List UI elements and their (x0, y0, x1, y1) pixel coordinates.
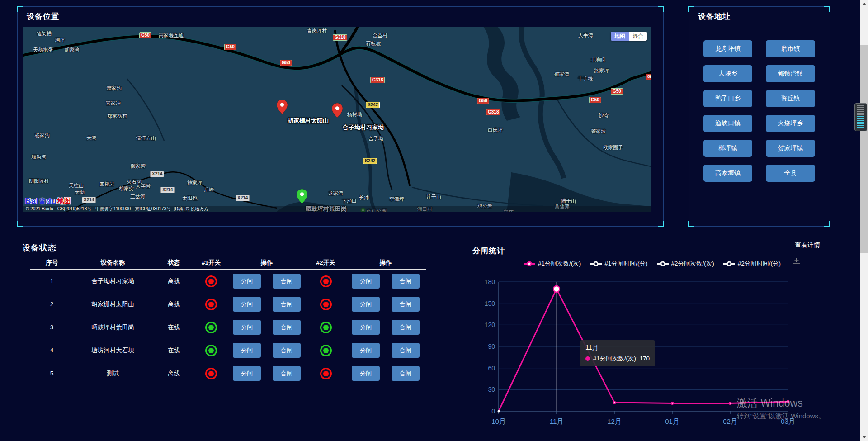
table-row: 1合子坳村习家坳离线分闸合闸分闸合闸 (30, 270, 426, 293)
svg-text:150: 150 (485, 300, 495, 307)
corner-bracket (688, 6, 694, 12)
table-header-cell: 设备名称 (73, 256, 152, 270)
row5-sw2-close-button[interactable]: 合闸 (392, 366, 420, 381)
opening-stats-panel: 分闸统计 查看详情 #1分闸次数/(次)#1分闸时间/(分)#2分闸次数/(次)… (470, 240, 857, 441)
row1-sw1-open-button[interactable]: 分闸 (233, 274, 261, 289)
baidu-logo-bai: Bai (25, 197, 38, 205)
address-button-7[interactable]: 火烧坪乡 (766, 115, 815, 132)
map-place-label: 大湾 (86, 135, 96, 142)
table-row: 3晒鼓坪村荒田岗在线分闸合闸分闸合闸 (30, 316, 426, 339)
address-button-11[interactable]: 全县 (766, 165, 815, 182)
row5-sw1-close-button[interactable]: 合闸 (273, 366, 301, 381)
scrollbar-down-arrow[interactable] (860, 433, 868, 441)
address-button-3[interactable]: 都镇湾镇 (766, 65, 815, 82)
row5-sw1-open-button[interactable]: 分闸 (233, 366, 261, 381)
device-status-table: 序号设备名称状态#1开关操作#2开关操作 1合子坳村习家坳离线分闸合闸分闸合闸2… (30, 256, 426, 385)
map-type-toggle: 地图 混合 (611, 32, 647, 41)
download-icon[interactable] (792, 257, 801, 265)
table-header-cell: 操作 (227, 256, 307, 270)
view-details-link[interactable]: 查看详情 (795, 241, 820, 249)
map-pin-green[interactable] (297, 189, 307, 205)
table-row: 2胡家棚村太阳山离线分闸合闸分闸合闸 (30, 293, 426, 316)
map-place-label: 大坳 (75, 189, 85, 196)
road-shield-s242: S242 (363, 158, 377, 164)
road-shield-g50: G50 (224, 44, 236, 50)
opening-stats-chart[interactable]: 030609012015018010月11月12月01月02月03月 (470, 267, 857, 430)
address-button-0[interactable]: 龙舟坪镇 (703, 40, 752, 57)
map-toggle-map[interactable]: 地图 (611, 32, 629, 41)
browser-scrollbar[interactable] (860, 0, 868, 441)
address-button-5[interactable]: 资丘镇 (766, 90, 815, 107)
table-header-cell: #1开关 (195, 256, 227, 270)
address-button-6[interactable]: 渔峡口镇 (703, 115, 752, 132)
svg-text:03月: 03月 (781, 417, 795, 425)
row1-sw2-open-button[interactable]: 分闸 (352, 274, 380, 289)
map-place-label: 堰沟湾 (31, 154, 46, 161)
map-place-label: 人手湾 (578, 32, 593, 39)
row2-sw2-open-button[interactable]: 分闸 (352, 297, 380, 312)
address-button-8[interactable]: 榔坪镇 (703, 140, 752, 157)
row2-sw2-close-button[interactable]: 合闸 (392, 297, 420, 312)
map-place-label: 天鹅抱蛋 (33, 47, 53, 53)
row1-sw1-close-button[interactable]: 合闸 (273, 274, 301, 289)
row1-sw2-close-button[interactable]: 合闸 (392, 274, 420, 289)
switch-status-light-red (320, 275, 332, 287)
map-pin-label: 胡家棚村太阳山 (288, 117, 329, 125)
address-button-9[interactable]: 贺家坪镇 (766, 140, 815, 157)
switch-status-light-green (205, 322, 217, 333)
map-place-label: 天柱山 (69, 182, 84, 189)
row3-sw1-close-button[interactable]: 合闸 (273, 320, 301, 335)
row-index: 5 (30, 362, 73, 385)
road-shield-x214: X214 (150, 171, 164, 177)
map-place-label: 合子坳 (368, 135, 383, 142)
map-pin-red[interactable] (332, 103, 343, 119)
device-status-panel: 设备状态 序号设备名称状态#1开关操作#2开关操作 1合子坳村习家坳离线分闸合闸… (17, 240, 447, 396)
row4-sw2-open-button[interactable]: 分闸 (352, 343, 380, 358)
baidu-logo[interactable]: Bai du 地图 (25, 197, 71, 205)
map-place-label: 青岗坪村 (307, 28, 327, 34)
map-place-label: 长冲 (359, 194, 369, 201)
map-pin-red[interactable] (277, 100, 288, 116)
svg-text:01月: 01月 (665, 417, 679, 425)
row3-sw1-open-button[interactable]: 分闸 (233, 320, 261, 335)
row5-sw2-open-button[interactable]: 分闸 (352, 366, 380, 381)
map-place-label: 三岔河 (130, 193, 145, 200)
map-place-label: 金益村 (373, 32, 387, 39)
address-button-2[interactable]: 大堰乡 (703, 65, 752, 82)
address-button-10[interactable]: 高家堰镇 (703, 165, 752, 182)
row4-sw1-open-button[interactable]: 分闸 (233, 343, 261, 358)
row3-sw2-close-button[interactable]: 合闸 (392, 320, 420, 335)
map-place-label: 渡家沟 (107, 85, 122, 92)
map-place-label: 四橙岩 (99, 181, 114, 188)
table-header-row: 序号设备名称状态#1开关操作#2开关操作 (30, 256, 426, 270)
switch-status-light-green (205, 345, 217, 356)
road-shield-s242: S242 (366, 102, 380, 108)
row4-sw1-close-button[interactable]: 合闸 (273, 343, 301, 358)
row2-sw1-open-button[interactable]: 分闸 (233, 297, 261, 312)
map-place-label: 杨树坳 (347, 111, 362, 118)
map-place-label: 龙家湾 (328, 190, 343, 197)
map-place-label: 沙湾 (599, 112, 609, 119)
device-name: 胡家棚村太阳山 (73, 293, 152, 316)
table-header-cell: 操作 (345, 256, 426, 270)
device-status-title: 设备状态 (22, 242, 57, 253)
map-place-label: 白氏坪 (488, 127, 503, 133)
scrollbar-up-arrow[interactable] (860, 0, 868, 8)
row3-sw2-open-button[interactable]: 分闸 (352, 320, 380, 335)
svg-text:10月: 10月 (491, 417, 506, 425)
address-button-4[interactable]: 鸭子口乡 (703, 90, 752, 107)
row4-sw2-close-button[interactable]: 合闸 (392, 343, 420, 358)
map-toggle-hybrid[interactable]: 混合 (629, 32, 647, 41)
map-place-label: 管家坡 (591, 128, 606, 135)
scrollbar-thumb[interactable] (860, 45, 868, 253)
row2-sw1-close-button[interactable]: 合闸 (273, 297, 301, 312)
road-shield-x214: X214 (236, 195, 250, 201)
map-place-label: 胡家湾 (65, 47, 80, 53)
address-button-1[interactable]: 磨市镇 (766, 40, 815, 57)
device-status: 在线 (152, 316, 195, 339)
svg-text:02月: 02月 (723, 417, 737, 425)
baidu-map[interactable]: 笔架槽洞坪高家堰互通天鹅抱蛋胡家湾青岗坪村金益村石板坡人手湾土地咀路家坪干子堰沙… (23, 27, 651, 212)
map-place-label: 高家堰互通 (159, 32, 184, 39)
device-name: 晒鼓坪村荒田岗 (73, 316, 152, 339)
map-place-label: 路家坪 (594, 67, 609, 74)
